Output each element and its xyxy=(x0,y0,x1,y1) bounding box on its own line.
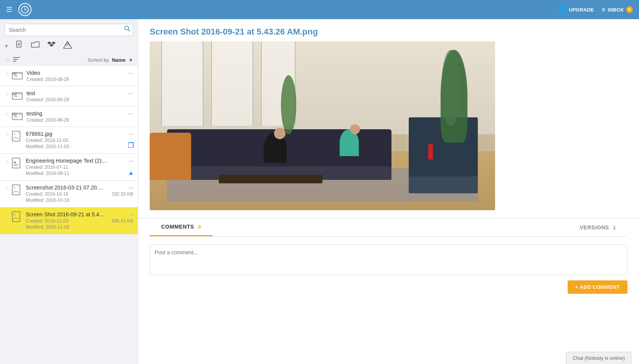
svg-rect-5 xyxy=(17,41,21,47)
new-folder-icon[interactable] xyxy=(31,41,40,50)
file-name: 676661.jpg xyxy=(26,131,133,137)
file-modified: Modified: 2016-08-11 xyxy=(26,171,133,176)
image-file-icon xyxy=(12,184,22,198)
tab-versions[interactable]: VERSIONS 1 xyxy=(568,219,627,236)
versions-count: 1 xyxy=(613,225,616,231)
file-modified: Modified: 2016-11-03 xyxy=(26,144,133,149)
comment-input[interactable] xyxy=(150,244,627,275)
file-size: 192.33 KB xyxy=(112,191,133,197)
sorted-by-label: Sorted by xyxy=(88,57,109,63)
main-layout: + xyxy=(0,19,639,364)
more-options-icon[interactable]: ··· xyxy=(129,184,134,191)
file-meta: Created: 2016-10-19 xyxy=(26,191,68,197)
svg-rect-26 xyxy=(12,113,16,115)
star-icon[interactable]: ☆ xyxy=(5,91,10,97)
gdrive-icon[interactable] xyxy=(63,41,72,51)
sort-name: Name xyxy=(112,57,125,63)
file-meta: Created: 2016-07-11 xyxy=(26,165,133,170)
dropbox-icon[interactable] xyxy=(47,41,56,51)
svg-rect-22 xyxy=(12,93,16,94)
comments-section: + ADD COMMENT xyxy=(138,237,639,305)
file-meta: Created: 2016-11-03 xyxy=(26,138,133,143)
top-nav: ☰ 🌐 UPGRADE ≡ INBOX 0 xyxy=(0,0,639,19)
more-options-icon[interactable]: ··· xyxy=(129,158,134,165)
sort-bar: ☆ Sorted by Name ▼ xyxy=(0,54,138,66)
sidebar: + xyxy=(0,19,138,364)
star-icon[interactable]: ☆ xyxy=(5,71,10,77)
star-icon[interactable]: ☆ xyxy=(5,111,10,117)
file-meta: Created: 2016-11-03 xyxy=(26,218,68,224)
toolbar: + xyxy=(0,39,138,54)
list-item-active[interactable]: ☆ Screen Shot 2016-09-21 at 5.4... Creat… xyxy=(0,208,138,234)
upgrade-button[interactable]: 🌐 UPGRADE xyxy=(558,5,594,14)
add-comment-label: + ADD COMMENT xyxy=(575,284,620,290)
chat-label: Chat (Nobody is online) xyxy=(573,355,625,361)
file-info: Screenshot 2016-03-21 07.20.... Created:… xyxy=(26,184,133,203)
file-info: testing Created: 2016-08-29 xyxy=(26,110,126,123)
dropbox-badge-icon: ❐ xyxy=(128,141,134,150)
file-info: Screen Shot 2016-09-21 at 5.4... Created… xyxy=(26,211,133,230)
list-item[interactable]: ☆ test Created: 2016-08-29 ··· xyxy=(0,86,138,107)
file-name: test xyxy=(26,90,126,96)
file-info: test Created: 2016-08-29 xyxy=(26,90,126,102)
list-item[interactable]: ☆ Video Created: 2016-08-29 ··· xyxy=(0,66,138,86)
svg-marker-8 xyxy=(47,41,51,44)
image-file-icon xyxy=(12,131,22,144)
upgrade-label: UPGRADE xyxy=(569,7,594,13)
folder-icon xyxy=(12,90,23,102)
svg-rect-37 xyxy=(12,212,20,222)
content-area: Screen Shot 2016-09-21 at 5.43.26 AM.png xyxy=(138,19,639,364)
file-meta-row: Created: 2016-11-03 690.41 KB xyxy=(26,217,133,224)
file-meta: Created: 2016-08-29 xyxy=(26,117,126,123)
tabs-row: COMMENTS 0 VERSIONS 1 xyxy=(150,218,627,237)
svg-rect-29 xyxy=(12,131,20,141)
svg-line-4 xyxy=(128,30,130,31)
file-name: Engineering Homepage Text (2).... xyxy=(26,158,133,164)
more-options-icon[interactable]: ··· xyxy=(128,90,133,97)
image-file-icon xyxy=(12,211,22,225)
file-name: Screen Shot 2016-09-21 at 5.4... xyxy=(26,211,133,217)
list-item[interactable]: ☆ W Engineering Homepage Text (2).... Cr… xyxy=(0,154,138,181)
star-icon[interactable]: ☆ xyxy=(5,132,10,138)
more-options-icon[interactable]: ··· xyxy=(129,211,134,218)
new-file-icon[interactable] xyxy=(16,41,23,51)
doc-file-icon: W xyxy=(12,158,22,171)
file-header: Screen Shot 2016-09-21 at 5.43.26 AM.png xyxy=(138,19,639,41)
globe-icon: 🌐 xyxy=(558,5,566,14)
more-options-icon[interactable]: ··· xyxy=(128,70,133,77)
chat-bar[interactable]: Chat (Nobody is online) xyxy=(566,352,631,364)
sort-dropdown[interactable]: ▼ xyxy=(129,58,133,63)
file-title: Screen Shot 2016-09-21 at 5.43.26 AM.png xyxy=(150,27,627,37)
star-icon[interactable]: ☆ xyxy=(5,158,10,165)
add-icon[interactable]: + xyxy=(5,43,8,49)
tab-comments[interactable]: COMMENTS 0 xyxy=(150,218,213,236)
list-item[interactable]: ☆ 676661.jpg Created: 2016-11-03 Modifie… xyxy=(0,127,138,154)
file-meta: Created: 2016-08-29 xyxy=(26,97,126,102)
svg-marker-10 xyxy=(50,44,54,47)
svg-rect-35 xyxy=(12,185,20,195)
search-icon[interactable] xyxy=(124,25,130,33)
hamburger-icon[interactable]: ☰ xyxy=(6,5,12,14)
svg-rect-18 xyxy=(12,72,16,74)
file-info: Video Created: 2016-08-29 xyxy=(26,70,126,82)
more-options-icon[interactable]: ··· xyxy=(128,110,133,117)
file-modified: Modified: 2016-11-03 xyxy=(26,224,133,230)
star-filter-icon[interactable]: ☆ xyxy=(5,56,10,64)
file-name: Video xyxy=(26,70,126,76)
file-name: Screenshot 2016-03-21 07.20.... xyxy=(26,184,133,191)
file-name: testing xyxy=(26,110,126,117)
list-item[interactable]: ☆ testing Created: 2016-08-29 ··· xyxy=(0,107,138,127)
star-icon[interactable]: ☆ xyxy=(5,185,10,191)
inbox-button[interactable]: ≡ INBOX 0 xyxy=(601,6,633,14)
star-icon[interactable]: ☆ xyxy=(5,212,10,218)
clock-icon[interactable] xyxy=(18,3,31,16)
more-options-icon[interactable]: ··· xyxy=(129,131,134,138)
search-input[interactable] xyxy=(5,24,133,36)
sort-icon[interactable] xyxy=(13,57,20,64)
folder-icon xyxy=(12,110,23,123)
file-info: 676661.jpg Created: 2016-11-03 Modified:… xyxy=(26,131,133,149)
list-item[interactable]: ☆ Screenshot 2016-03-21 07.20.... Create… xyxy=(0,181,138,208)
add-comment-button[interactable]: + ADD COMMENT xyxy=(568,280,627,294)
file-meta: Created: 2016-08-29 xyxy=(26,77,126,82)
tabs-section: COMMENTS 0 VERSIONS 1 xyxy=(138,218,639,237)
